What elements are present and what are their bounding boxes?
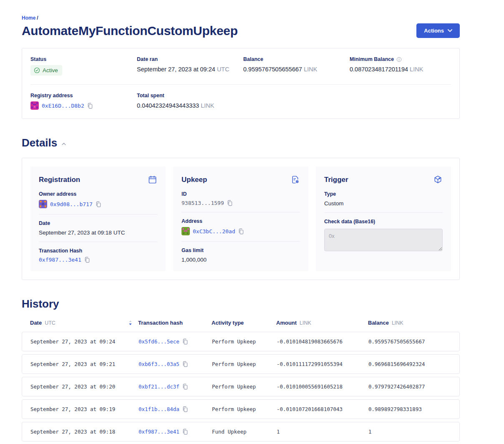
row-activity: Perform Upkeep xyxy=(212,383,277,390)
details-collapse-toggle[interactable] xyxy=(61,142,67,146)
sort-arrows-icon[interactable] xyxy=(129,320,132,325)
upkeep-address-link[interactable]: 0xC3bC...20ad xyxy=(193,228,235,235)
copy-icon[interactable] xyxy=(182,406,188,412)
breadcrumb-home-link[interactable]: Home xyxy=(22,15,35,21)
total-spent-suffix: LINK xyxy=(201,102,214,109)
column-activity: Activity type xyxy=(212,320,276,326)
owner-address-link[interactable]: 0x9d08...b717 xyxy=(50,201,93,207)
row-tx-link[interactable]: 0xbf21...dc3f xyxy=(139,383,179,390)
row-date: September 27, 2023 at 09:21 xyxy=(30,361,139,367)
registry-address-link[interactable]: 0xE16D...D8b2 xyxy=(42,103,84,109)
row-amount: 1 xyxy=(277,429,368,435)
copy-icon[interactable] xyxy=(182,338,188,345)
column-date: Date UTC xyxy=(30,320,138,326)
actions-button[interactable]: Actions xyxy=(416,23,460,38)
breadcrumb-separator: / xyxy=(37,15,38,21)
row-balance: 0.9595767505655667 xyxy=(368,338,459,345)
min-balance-value: 0.0870234817201194 xyxy=(350,66,408,73)
trigger-card: Trigger Type Custom Check data (Base16) xyxy=(316,166,451,271)
row-balance: 0.9797927426402877 xyxy=(368,383,459,390)
column-amount-label: Amount xyxy=(276,320,297,326)
status-badge: Active xyxy=(30,65,62,76)
column-date-suffix: UTC xyxy=(45,320,55,326)
copy-icon[interactable] xyxy=(238,228,244,235)
row-tx-cell: 0xb6f3...03a5 xyxy=(139,361,212,367)
row-activity: Perform Upkeep xyxy=(212,406,277,412)
copy-icon[interactable] xyxy=(96,201,101,207)
registration-tx-field: Transaction Hash 0xf987...3e41 xyxy=(39,242,157,263)
row-amount: -0.010111172991055394 xyxy=(277,361,368,367)
copy-icon[interactable] xyxy=(182,429,188,435)
row-activity: Perform Upkeep xyxy=(212,338,277,345)
trigger-type-field: Type Custom xyxy=(324,191,443,212)
summary-balance: Balance 0.9595767505655667 LINK xyxy=(243,56,350,76)
registration-date-field: Date September 27, 2023 at 09:18 UTC xyxy=(39,214,157,242)
copy-icon[interactable] xyxy=(182,383,188,390)
registry-label: Registry address xyxy=(30,93,137,98)
column-balance-label: Balance xyxy=(368,320,389,326)
summary-min-balance: Minimum Balance 0.0870234817201194 LINK xyxy=(350,56,459,76)
registry-identicon xyxy=(30,101,39,110)
row-amount: -0.010100055691605218 xyxy=(277,383,368,390)
status-value: Active xyxy=(43,67,58,73)
copy-icon[interactable] xyxy=(182,361,188,367)
copy-icon[interactable] xyxy=(87,103,93,109)
row-tx-link[interactable]: 0xf987...3e41 xyxy=(139,429,179,435)
min-balance-suffix: LINK xyxy=(410,66,423,73)
table-row: September 27, 2023 at 09:20 0xbf21...dc3… xyxy=(22,377,460,396)
owner-address-label: Owner address xyxy=(39,191,157,197)
status-label: Status xyxy=(30,56,137,62)
upkeep-address-identicon xyxy=(181,227,190,235)
copy-icon[interactable] xyxy=(84,257,90,263)
row-tx-link[interactable]: 0x5fd6...5ece xyxy=(139,338,179,345)
row-date: September 27, 2023 at 09:18 xyxy=(30,429,139,435)
check-data-textarea xyxy=(324,229,443,251)
registration-date-value: September 27, 2023 at 09:18 UTC xyxy=(39,230,157,236)
date-ran-value: September 27, 2023 at 09:24 xyxy=(137,66,215,73)
upkeep-address-label: Address xyxy=(181,218,300,224)
calendar-icon xyxy=(148,175,157,184)
row-activity: Fund Upkeep xyxy=(212,429,277,435)
date-ran-label: Date ran xyxy=(137,56,243,62)
trigger-type-value: Custom xyxy=(324,200,443,207)
row-amount: -0.010107201668107043 xyxy=(277,406,368,412)
column-date-label: Date xyxy=(30,320,42,326)
copy-icon[interactable] xyxy=(227,200,233,206)
upkeep-id-value: 938513...1599 xyxy=(181,200,224,206)
min-balance-label: Minimum Balance xyxy=(350,56,394,62)
actions-button-label: Actions xyxy=(424,28,444,34)
details-heading: Details xyxy=(22,136,57,149)
row-activity: Perform Upkeep xyxy=(212,361,277,367)
table-row: September 27, 2023 at 09:21 0xb6f3...03a… xyxy=(22,354,460,374)
owner-address-field: Owner address 0x9d08...b717 xyxy=(39,191,157,214)
table-row: September 27, 2023 at 09:24 0x5fd6...5ec… xyxy=(22,332,460,351)
date-ran-suffix: UTC xyxy=(217,66,229,73)
page-container: Home/ AutomateMyFunctionCustomUpkeep Act… xyxy=(22,0,460,444)
column-tx: Transaction hash xyxy=(138,320,212,326)
check-data-label: Check data (Base16) xyxy=(324,219,443,225)
row-tx-link[interactable]: 0x1f1b...84da xyxy=(139,406,179,412)
registration-card: Registration Owner address 0x9d08...b717 xyxy=(30,166,166,271)
registration-tx-label: Transaction Hash xyxy=(39,248,157,254)
column-tx-label: Transaction hash xyxy=(138,320,183,326)
upkeep-title: Upkeep xyxy=(181,176,207,184)
column-balance: Balance LINK xyxy=(368,320,460,326)
summary-date-ran: Date ran September 27, 2023 at 09:24 UTC xyxy=(137,56,243,76)
row-tx-link[interactable]: 0xb6f3...03a5 xyxy=(139,361,179,367)
breadcrumb: Home/ xyxy=(22,0,460,21)
history-rows: September 27, 2023 at 09:24 0x5fd6...5ec… xyxy=(22,332,460,441)
registration-title: Registration xyxy=(39,176,80,184)
chevron-down-icon xyxy=(448,29,452,32)
gas-limit-label: Gas limit xyxy=(181,247,300,253)
column-activity-label: Activity type xyxy=(212,320,244,326)
gas-limit-field: Gas limit 1,000,000 xyxy=(181,241,300,263)
upkeep-address-field: Address 0xC3bC...20ad xyxy=(181,212,300,241)
gas-limit-value: 1,000,000 xyxy=(181,257,300,263)
upkeep-id-field: ID 938513...1599 xyxy=(181,191,300,212)
info-icon[interactable] xyxy=(396,57,402,62)
summary-registry: Registry address 0xE16D...D8b2 xyxy=(30,93,137,110)
row-balance: 0.9696815696492324 xyxy=(368,361,459,367)
balance-label: Balance xyxy=(243,56,350,62)
registration-tx-link[interactable]: 0xf987...3e41 xyxy=(39,257,81,263)
check-circle-icon xyxy=(34,67,40,73)
